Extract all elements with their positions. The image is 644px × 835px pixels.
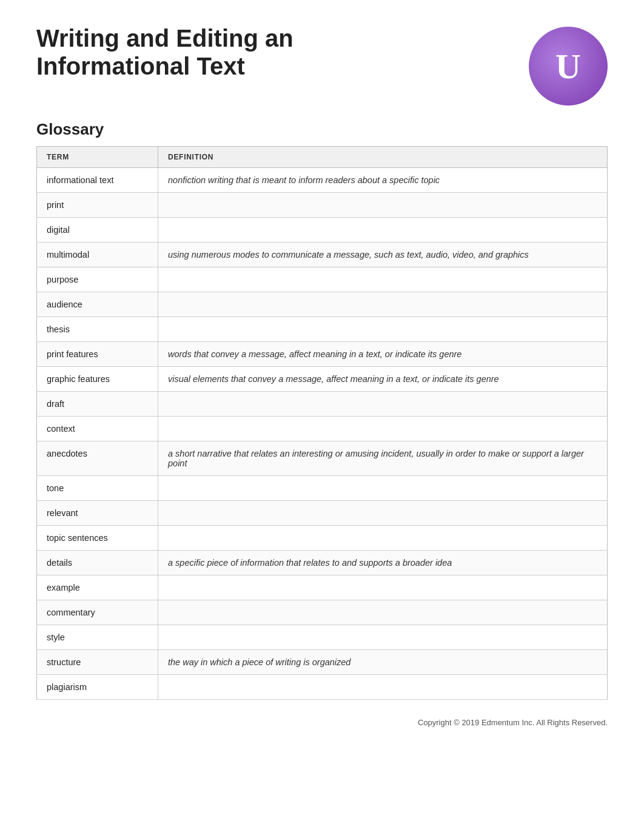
glossary-table: TERM DEFINITION informational textnonfic… (36, 146, 608, 700)
definition-cell: a short narrative that relates an intere… (158, 441, 608, 476)
table-row: tone (37, 476, 608, 501)
table-row: thesis (37, 317, 608, 342)
table-row: audience (37, 292, 608, 317)
definition-cell: using numerous modes to communicate a me… (158, 243, 608, 267)
glossary-section-title: Glossary (36, 120, 608, 139)
definition-cell (158, 575, 608, 600)
term-cell: relevant (37, 501, 158, 526)
table-row: relevant (37, 501, 608, 526)
term-cell: multimodal (37, 243, 158, 267)
table-row: style (37, 625, 608, 650)
definition-cell (158, 193, 608, 218)
table-row: multimodalusing numerous modes to commun… (37, 243, 608, 267)
term-cell: graphic features (37, 367, 158, 392)
term-cell: print features (37, 342, 158, 367)
page-title: Writing and Editing an Informational Tex… (36, 24, 400, 80)
table-row: context (37, 417, 608, 441)
term-cell: example (37, 575, 158, 600)
definition-column-header: DEFINITION (158, 147, 608, 168)
term-cell: digital (37, 218, 158, 243)
term-cell: structure (37, 650, 158, 675)
footer: Copyright © 2019 Edmentum Inc. All Right… (36, 718, 608, 727)
table-row: digital (37, 218, 608, 243)
definition-cell: nonfiction writing that is meant to info… (158, 168, 608, 193)
table-row: graphic featuresvisual elements that con… (37, 367, 608, 392)
definition-cell (158, 317, 608, 342)
term-cell: topic sentences (37, 526, 158, 551)
definition-cell (158, 675, 608, 700)
definition-cell (158, 476, 608, 501)
table-header: TERM DEFINITION (37, 147, 608, 168)
definition-cell (158, 501, 608, 526)
table-row: detailsa specific piece of information t… (37, 551, 608, 575)
term-cell: thesis (37, 317, 158, 342)
definition-cell (158, 526, 608, 551)
table-row: commentary (37, 600, 608, 625)
header: Writing and Editing an Informational Tex… (36, 24, 608, 106)
term-cell: plagiarism (37, 675, 158, 700)
term-cell: print (37, 193, 158, 218)
glossary-table-body: informational textnonfiction writing tha… (37, 168, 608, 700)
definition-cell (158, 600, 608, 625)
term-cell: anecdotes (37, 441, 158, 476)
table-row: purpose (37, 267, 608, 292)
term-cell: audience (37, 292, 158, 317)
definition-cell: words that convey a message, affect mean… (158, 342, 608, 367)
definition-cell (158, 417, 608, 441)
term-cell: commentary (37, 600, 158, 625)
definition-cell (158, 218, 608, 243)
term-column-header: TERM (37, 147, 158, 168)
definition-cell: a specific piece of information that rel… (158, 551, 608, 575)
table-row: anecdotesa short narrative that relates … (37, 441, 608, 476)
table-row: plagiarism (37, 675, 608, 700)
table-row: topic sentences (37, 526, 608, 551)
definition-cell (158, 267, 608, 292)
term-cell: informational text (37, 168, 158, 193)
table-row: structurethe way in which a piece of wri… (37, 650, 608, 675)
logo-letter: U (555, 46, 581, 87)
table-row: informational textnonfiction writing tha… (37, 168, 608, 193)
copyright-text: Copyright © 2019 Edmentum Inc. All Right… (418, 718, 608, 727)
table-row: draft (37, 392, 608, 417)
term-cell: context (37, 417, 158, 441)
table-row: print featureswords that convey a messag… (37, 342, 608, 367)
table-row: print (37, 193, 608, 218)
definition-cell (158, 625, 608, 650)
term-cell: tone (37, 476, 158, 501)
term-cell: details (37, 551, 158, 575)
table-row: example (37, 575, 608, 600)
definition-cell: the way in which a piece of writing is o… (158, 650, 608, 675)
term-cell: draft (37, 392, 158, 417)
logo: U (529, 27, 608, 106)
definition-cell: visual elements that convey a message, a… (158, 367, 608, 392)
definition-cell (158, 392, 608, 417)
term-cell: purpose (37, 267, 158, 292)
definition-cell (158, 292, 608, 317)
term-cell: style (37, 625, 158, 650)
